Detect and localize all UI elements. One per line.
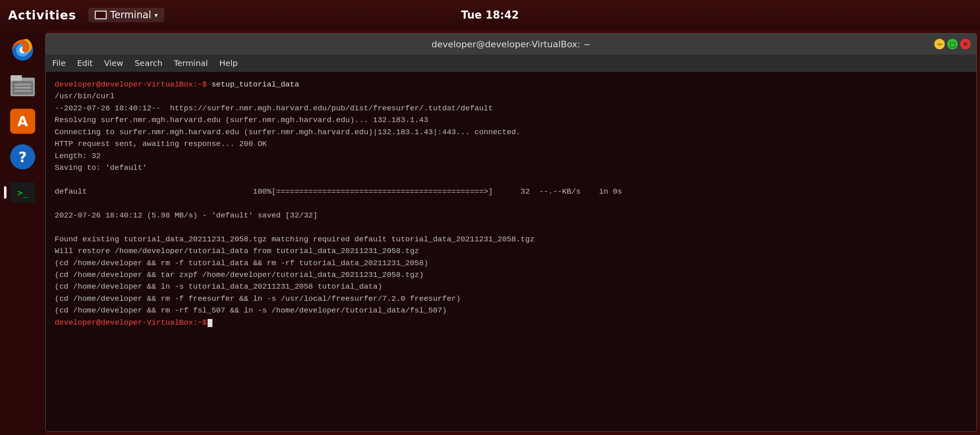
- sidebar-item-firefox[interactable]: [6, 34, 39, 66]
- line-found: Found existing tutorial_data_20211231_20…: [55, 234, 967, 245]
- line-8: Saving to: 'default': [55, 162, 967, 174]
- menu-help[interactable]: Help: [219, 58, 238, 68]
- cursor: [208, 319, 212, 327]
- window-controls: ─ □ ✕: [934, 39, 971, 49]
- terminal-window: developer@developer-VirtualBox: ~ ─ □ ✕ …: [45, 33, 977, 432]
- sidebar-item-appstore[interactable]: A: [6, 105, 39, 137]
- line-cmd-1: (cd /home/developer && rm -f tutorial_da…: [55, 258, 967, 269]
- active-indicator: [4, 186, 6, 198]
- terminal-menu-button[interactable]: Terminal ▾: [88, 8, 164, 22]
- menu-file[interactable]: File: [52, 58, 66, 68]
- terminal-content[interactable]: developer@developer-VirtualBox:~$ setup_…: [46, 72, 976, 431]
- sidebar-item-files[interactable]: [6, 70, 39, 102]
- sidebar: A ? >_: [0, 30, 45, 435]
- line-restore: Will restore /home/developer/tutorial_da…: [55, 245, 967, 257]
- line-saved: 2022-07-26 18:40:12 (5.98 MB/s) - 'defau…: [55, 210, 967, 222]
- files-icon: [11, 75, 35, 96]
- menu-edit[interactable]: Edit: [77, 58, 93, 68]
- terminal-menu-icon: [95, 11, 107, 19]
- chevron-down-icon: ▾: [155, 11, 158, 19]
- line-5: Connecting to surfer.nmr.mgh.harvard.edu…: [55, 127, 967, 138]
- activities-button[interactable]: Activities: [8, 8, 76, 22]
- line-empty-1: [55, 174, 967, 186]
- clock: Tue 18:42: [461, 9, 519, 21]
- menu-terminal[interactable]: Terminal: [174, 58, 208, 68]
- line-prompt-end: developer@developer-VirtualBox:~$: [55, 317, 967, 329]
- terminal-title: developer@developer-VirtualBox: ~: [431, 39, 590, 49]
- line-7: Length: 32: [55, 150, 967, 162]
- menu-bar: File Edit View Search Terminal Help: [46, 55, 976, 72]
- line-cmd-5: (cd /home/developer && rm -rf fsl_507 &&…: [55, 305, 967, 317]
- help-icon: ?: [10, 144, 35, 169]
- line-4: Resolving surfer.nmr.mgh.harvard.edu (su…: [55, 114, 967, 126]
- menu-search[interactable]: Search: [135, 58, 163, 68]
- line-empty-3: [55, 222, 967, 233]
- terminal-titlebar: developer@developer-VirtualBox: ~ ─ □ ✕: [46, 34, 976, 55]
- terminal-sidebar-icon: >_: [10, 182, 35, 203]
- line-empty-2: [55, 198, 967, 209]
- maximize-button[interactable]: □: [947, 39, 958, 49]
- line-6: HTTP request sent, awaiting response... …: [55, 138, 967, 150]
- sidebar-item-terminal[interactable]: >_: [6, 176, 39, 209]
- topbar: Activities Terminal ▾ Tue 18:42: [0, 0, 980, 30]
- firefox-icon: [9, 36, 36, 64]
- line-cmd-3: (cd /home/developer && ln -s tutorial_da…: [55, 281, 967, 293]
- close-button[interactable]: ✕: [960, 39, 971, 49]
- sidebar-item-help[interactable]: ?: [6, 141, 39, 173]
- appstore-icon: A: [10, 109, 35, 134]
- menu-view[interactable]: View: [104, 58, 123, 68]
- terminal-menu-label: Terminal: [110, 9, 151, 21]
- line-progress: default 100%[===========================…: [55, 186, 967, 198]
- minimize-button[interactable]: ─: [934, 39, 945, 49]
- line-3: --2022-07-26 18:40:12-- https://surfer.n…: [55, 103, 967, 114]
- line-1: developer@developer-VirtualBox:~$ setup_…: [55, 79, 967, 91]
- line-cmd-2: (cd /home/developer && tar zxpf /home/de…: [55, 269, 967, 281]
- main-area: A ? >_ developer@developer-VirtualBox: ~…: [0, 30, 980, 435]
- line-2: /usr/bin/curl: [55, 91, 967, 102]
- line-cmd-4: (cd /home/developer && rm -f freesurfer …: [55, 293, 967, 305]
